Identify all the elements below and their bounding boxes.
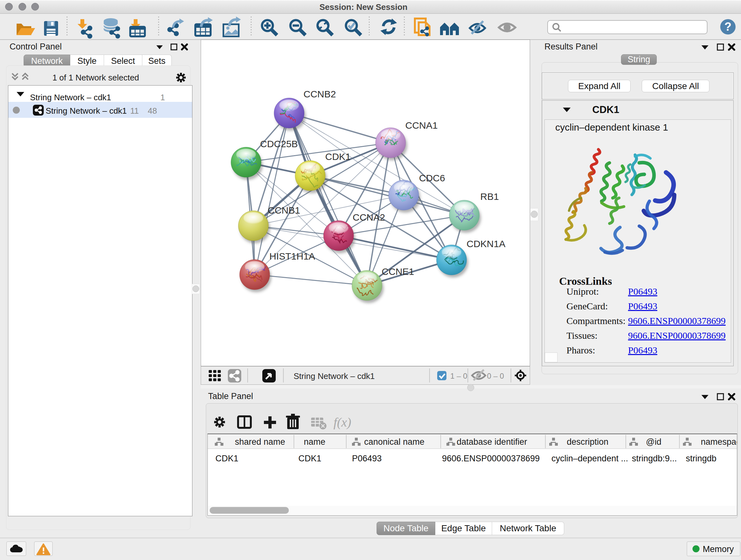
svg-text:description: description (567, 437, 609, 447)
svg-text:shared name: shared name (235, 437, 285, 447)
svg-text:1 – 0: 1 – 0 (450, 372, 467, 380)
svg-text:CCNE1: CCNE1 (382, 266, 414, 277)
svg-text:CDC25B: CDC25B (260, 138, 298, 149)
svg-text:CDC6: CDC6 (419, 173, 445, 183)
svg-text:name: name (304, 437, 326, 447)
svg-text:CCNB1: CCNB1 (268, 205, 300, 215)
svg-text:CDK1: CDK1 (325, 151, 351, 162)
svg-text:stringdb:9...: stringdb:9... (632, 454, 677, 463)
svg-text:?: ? (724, 20, 731, 33)
svg-text:P06493: P06493 (352, 454, 382, 463)
svg-text:namespac: namespac (701, 437, 737, 447)
svg-text:CDK1: CDK1 (215, 454, 239, 463)
svg-text:CCNB2: CCNB2 (304, 89, 336, 99)
svg-text:0 – 0: 0 – 0 (487, 372, 504, 380)
svg-text:9606.ENSP00000378699: 9606.ENSP00000378699 (442, 454, 540, 463)
svg-text:canonical name: canonical name (364, 437, 424, 447)
svg-text:CCNA2: CCNA2 (353, 212, 385, 223)
svg-text:HIST1H1A: HIST1H1A (269, 251, 315, 261)
svg-text:RB1: RB1 (480, 191, 499, 202)
svg-text:CCNA1: CCNA1 (405, 120, 438, 131)
svg-text:CDK1: CDK1 (298, 454, 321, 463)
svg-text:CDKN1A: CDKN1A (467, 239, 506, 249)
svg-text:String Network – cdk1: String Network – cdk1 (293, 371, 375, 381)
svg-text:cyclin–dependent ...: cyclin–dependent ... (551, 454, 628, 463)
svg-text:@id: @id (646, 437, 661, 447)
svg-text:database identifier: database identifier (457, 437, 527, 447)
svg-text:f(x): f(x) (333, 415, 351, 429)
svg-text:stringdb: stringdb (686, 454, 717, 463)
